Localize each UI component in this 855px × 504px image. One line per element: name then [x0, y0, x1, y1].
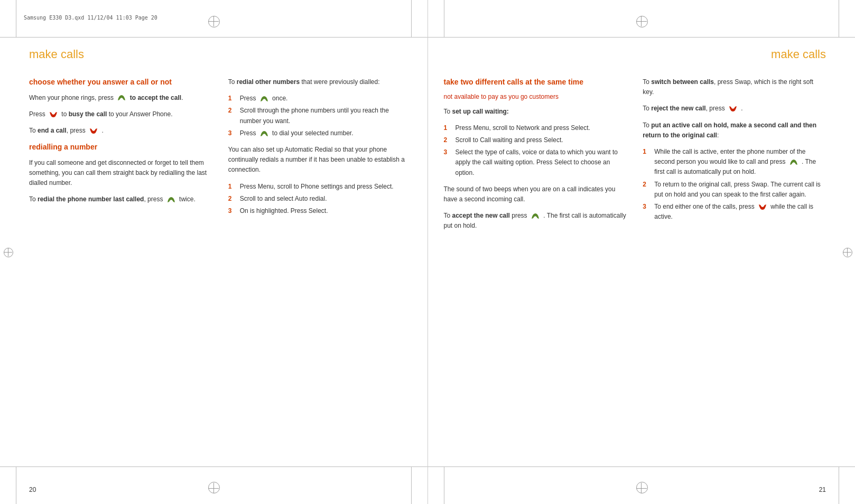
- page-spread: Samsung E330 D3.qxd 11/12/04 11:03 Page …: [0, 0, 855, 504]
- list-item: 3 On is highlighted. Press Select.: [228, 206, 412, 216]
- green-phone-icon-3: [259, 95, 269, 102]
- red-phone-icon-2: [88, 127, 99, 135]
- green-phone-icon-5: [530, 212, 541, 220]
- section-choose-title: choose whether you answer a call or not: [29, 77, 212, 88]
- left-page: Samsung E330 D3.qxd 11/12/04 11:03 Page …: [0, 0, 428, 504]
- left-two-col: choose whether you answer a call or not …: [29, 77, 412, 222]
- hold-call-steps: 1 While the call is active, enter the ph…: [643, 147, 826, 222]
- red-phone-icon-1: [48, 111, 59, 118]
- not-available-text: not available to pay as you go customers: [444, 93, 627, 100]
- para-active-call-hold-title: To put an active call on hold, make a se…: [643, 120, 826, 141]
- list-item: 2 Scroll through the phone numbers until…: [228, 106, 412, 126]
- left-col2: To redial other numbers that were previo…: [228, 77, 412, 222]
- left-heading: make calls: [29, 48, 412, 61]
- para-phone-rings: When your phone rings, press to accept t…: [29, 93, 212, 103]
- print-header: Samsung E330 D3.qxd 11/12/04 11:03 Page …: [24, 15, 157, 21]
- right-col1: take two different calls at the same tim…: [444, 77, 627, 237]
- list-item: 1 Press Menu, scroll to Phone settings a…: [228, 182, 412, 192]
- list-item: 2 Scroll to and select Auto redial.: [228, 194, 412, 204]
- para-accept-new-call: To accept the new call press . The first…: [444, 211, 627, 231]
- list-item: 3 Select the type of calls, voice or dat…: [444, 147, 627, 178]
- page-number-right: 21: [819, 486, 826, 493]
- para-redial-last: To redial the phone number last called, …: [29, 194, 212, 204]
- para-reject-new: To reject the new call, press .: [643, 104, 826, 114]
- para-redialling: If you call someone and get disconnected…: [29, 158, 212, 189]
- section-redialling-title: redialling a number: [29, 142, 212, 153]
- left-col1: choose whether you answer a call or not …: [29, 77, 212, 222]
- list-item: 2 Scroll to Call waiting and press Selec…: [444, 135, 627, 145]
- green-phone-icon-6: [788, 158, 799, 166]
- red-phone-icon-4: [757, 203, 768, 211]
- para-auto-redial: You can also set up Automatic Redial so …: [228, 145, 412, 175]
- para-setup-call-waiting: To set up call waiting:: [444, 107, 627, 117]
- right-heading: make calls: [444, 48, 826, 61]
- right-two-col: take two different calls at the same tim…: [444, 77, 826, 237]
- list-item: 1 Press once.: [228, 94, 412, 104]
- auto-redial-steps: 1 Press Menu, scroll to Phone settings a…: [228, 182, 412, 217]
- call-waiting-steps: 1 Press Menu, scroll to Network and pres…: [444, 123, 627, 178]
- red-phone-icon-3: [728, 105, 738, 113]
- section-two-calls-title: take two different calls at the same tim…: [444, 77, 627, 88]
- green-phone-icon-4: [259, 130, 269, 137]
- green-phone-icon-2: [166, 196, 176, 203]
- para-redial-other: To redial other numbers that were previo…: [228, 77, 412, 87]
- para-two-beeps: The sound of two beeps when you are on a…: [444, 184, 627, 204]
- para-switch-between: To switch between calls, press Swap, whi…: [643, 77, 826, 97]
- left-page-content: make calls choose whether you answer a c…: [29, 48, 412, 472]
- list-item: 3 To end either one of the calls, press …: [643, 202, 826, 222]
- green-phone-icon-1: [116, 94, 127, 101]
- page-number-left: 20: [29, 486, 36, 493]
- list-item: 3 Press to dial your selected number.: [228, 128, 412, 138]
- redial-steps-1: 1 Press once. 2 Scroll through the phone…: [228, 94, 412, 138]
- right-page-content: make calls take two different calls at t…: [444, 48, 826, 472]
- list-item: 1 Press Menu, scroll to Network and pres…: [444, 123, 627, 133]
- right-page: make calls take two different calls at t…: [428, 0, 856, 504]
- list-item: 1 While the call is active, enter the ph…: [643, 147, 826, 178]
- right-col2: To switch between calls, press Swap, whi…: [643, 77, 826, 237]
- list-item: 2 To return to the original call, press …: [643, 180, 826, 200]
- para-end-call: To end a call, press .: [29, 126, 212, 136]
- para-busy-call: Press to busy the call to your Answer Ph…: [29, 109, 212, 119]
